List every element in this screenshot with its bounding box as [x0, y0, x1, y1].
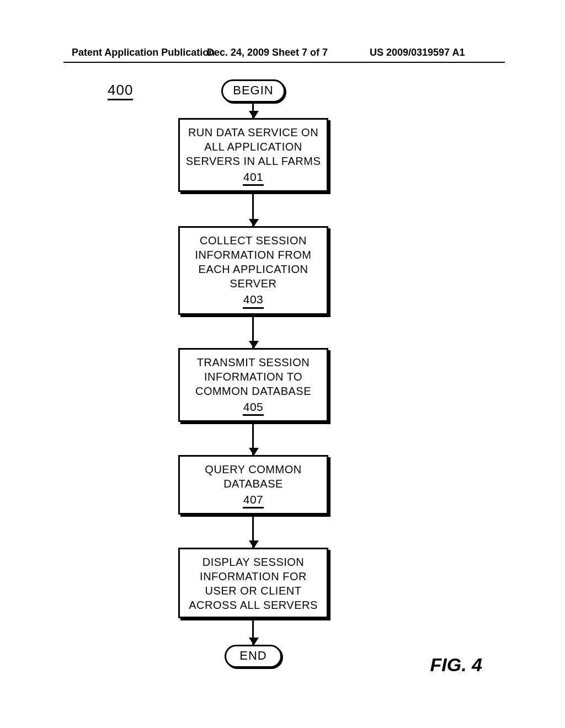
step-text: RUN DATA SERVICE ON ALL APPLICATION SERV… — [184, 125, 322, 168]
begin-terminator: BEGIN — [221, 79, 285, 103]
arrow — [253, 192, 254, 226]
step-ref: 401 — [243, 169, 264, 186]
step-text: TRANSMIT SESSION INFORMATION TO COMMON D… — [184, 355, 322, 398]
process-step-401: RUN DATA SERVICE ON ALL APPLICATION SERV… — [178, 118, 328, 192]
step-text: COLLECT SESSION INFORMATION FROM EACH AP… — [184, 233, 322, 291]
arrow — [253, 618, 254, 645]
header-rule — [63, 62, 505, 63]
figure-reference-number: 400 — [108, 82, 133, 99]
step-ref: 403 — [243, 292, 264, 308]
header-publication: Patent Application Publication — [72, 47, 215, 58]
arrow — [253, 103, 254, 118]
process-step-403: COLLECT SESSION INFORMATION FROM EACH AP… — [178, 226, 328, 314]
step-text: QUERY COMMON DATABASE — [184, 462, 322, 491]
flowchart: BEGIN RUN DATA SERVICE ON ALL APPLICATIO… — [170, 79, 336, 668]
header-pub-number: US 2009/0319597 A1 — [370, 47, 465, 58]
step-text: DISPLAY SESSION INFORMATION FOR USER OR … — [184, 555, 322, 612]
step-ref: 407 — [243, 492, 264, 508]
arrow — [253, 515, 254, 548]
process-step-display: DISPLAY SESSION INFORMATION FOR USER OR … — [178, 548, 328, 618]
arrow — [253, 315, 254, 348]
step-ref: 405 — [243, 399, 264, 416]
process-step-407: QUERY COMMON DATABASE 407 — [178, 455, 328, 515]
end-terminator: END — [225, 645, 281, 668]
process-step-405: TRANSMIT SESSION INFORMATION TO COMMON D… — [178, 348, 328, 422]
header-date-sheet: Dec. 24, 2009 Sheet 7 of 7 — [207, 47, 328, 58]
figure-label: FIG. 4 — [430, 654, 482, 676]
arrow — [253, 422, 254, 455]
